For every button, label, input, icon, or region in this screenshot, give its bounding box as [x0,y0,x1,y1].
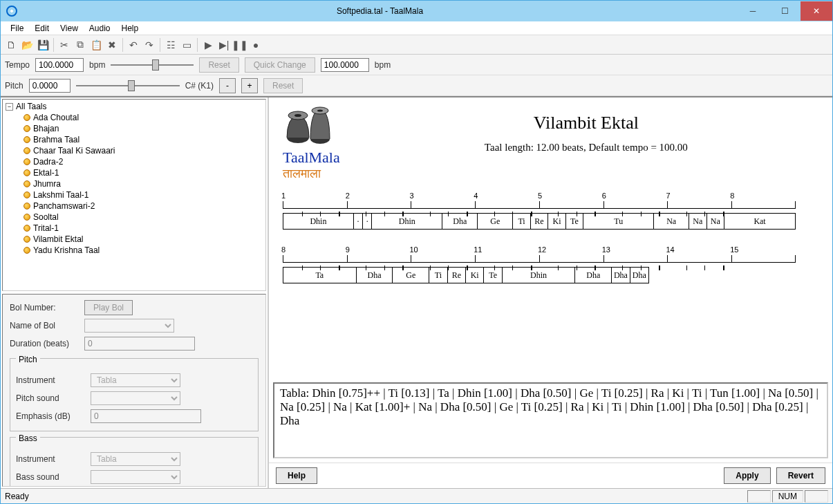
bol-cell[interactable]: Ki [548,214,566,229]
bol-cell[interactable]: Ge [393,268,429,283]
bullet-icon [24,247,30,254]
taal-title: Vilambit Ektal [354,113,818,133]
cut-icon[interactable]: ✂ [57,37,72,53]
apply-button[interactable]: Apply [724,467,770,484]
tree-item[interactable]: Ektal-1 [4,167,264,178]
step-icon[interactable]: ▶| [216,37,232,53]
bol-cell[interactable]: Dha [630,268,648,283]
pitch-reset-button[interactable]: Reset [263,78,303,93]
tempo-input[interactable] [35,58,84,72]
tree-item[interactable]: Bhajan [4,123,264,134]
bol-cell[interactable]: Te [484,268,502,283]
bol-cell[interactable]: Ki [466,268,484,283]
svg-point-5 [317,109,323,111]
bol-cell[interactable]: Na [707,214,725,229]
menu-audio[interactable]: Audio [84,22,116,35]
redo-icon[interactable]: ↷ [142,37,157,53]
tool2-icon[interactable]: ▭ [179,37,194,53]
svg-point-2 [294,114,301,117]
tree-item[interactable]: Panchamswari-2 [4,200,264,212]
tempo2-input[interactable] [321,58,369,72]
bol-cell[interactable]: Dha [612,268,630,283]
tree-item[interactable]: Chaar Taal Ki Sawaari [4,145,264,156]
menu-file[interactable]: File [5,22,29,35]
tree-item[interactable]: Trital-1 [4,223,264,234]
bol-cell[interactable]: Dha [357,268,393,283]
close-button[interactable]: ✕ [801,1,832,21]
bol-cell[interactable]: Ti [513,214,531,229]
tree-item[interactable]: Brahma Taal [4,134,264,145]
minimize-button[interactable]: ─ [737,1,769,21]
tree-item[interactable]: Ada Choutal [4,112,264,123]
pitch-label: Pitch [5,81,24,91]
collapse-icon[interactable]: − [6,103,13,111]
tempo-label: Tempo [5,60,30,70]
tree-item[interactable]: Vilambit Ektal [4,234,264,245]
status-ready: Ready [5,492,29,501]
tempo-reset-button[interactable]: Reset [199,57,238,73]
bol-cell[interactable]: Ti [429,268,447,283]
pitch-input[interactable] [29,79,71,93]
help-button[interactable]: Help [276,467,317,484]
pitch-minus-button[interactable]: - [219,78,236,93]
bol-cell[interactable]: Te [566,214,584,229]
play-bol-button[interactable]: Play Bol [84,300,133,315]
bass-sound-select[interactable] [91,470,180,484]
save-icon[interactable]: 💾 [35,37,50,53]
instrument-select[interactable]: Tabla [91,373,180,387]
emphasis-label: Emphasis (dB) [16,411,85,421]
bass-instrument-select[interactable]: Tabla [91,452,180,466]
emphasis-input[interactable] [91,409,201,423]
bol-cell[interactable]: Dhin [283,214,354,229]
bullet-icon [24,114,30,121]
bol-cell[interactable]: · [354,214,363,229]
tree-item[interactable]: Yadu Krishna Taal [4,245,264,256]
pitch-slider[interactable] [76,80,180,92]
title-bar: Softpedia.tal - TaalMala ─ ☐ ✕ [1,1,832,21]
bol-text-output[interactable]: Tabla: Dhin [0.75]++ | Ti [0.13] | Ta | … [273,382,828,458]
tree-item[interactable]: Dadra-2 [4,156,264,167]
bol-cell[interactable]: Re [531,214,549,229]
duration-label: Duration (beats) [10,339,79,348]
bass-sound-label: Bass sound [16,472,85,482]
tree-item[interactable]: Sooltal [4,212,264,223]
bol-cell[interactable]: Kat [724,214,795,229]
maximize-button[interactable]: ☐ [769,1,801,21]
copy-icon[interactable]: ⧉ [73,37,88,53]
new-icon[interactable]: 🗋 [3,37,19,53]
paste-icon[interactable]: 📋 [88,37,104,53]
menu-edit[interactable]: Edit [29,22,55,35]
duration-input[interactable] [84,337,195,351]
tempo-slider[interactable] [111,59,194,71]
pause-icon[interactable]: ❚❚ [232,37,247,53]
bol-cell[interactable]: Dhin [503,268,576,283]
tool1-icon[interactable]: ☷ [163,37,178,53]
delete-icon[interactable]: ✖ [104,37,120,53]
bolname-select[interactable] [84,319,174,333]
menu-view[interactable]: View [55,22,84,35]
menu-help[interactable]: Help [116,22,144,35]
brand-hi: तालमाला [283,167,340,181]
taal-tree[interactable]: − All Taals Ada ChoutalBhajanBrahma Taal… [2,99,266,291]
brand-en: TaalMala [283,149,340,167]
bol-cell[interactable]: Ge [478,214,513,229]
instrument-label: Instrument [16,375,85,385]
revert-button[interactable]: Revert [776,467,825,484]
pitch-plus-button[interactable]: + [241,78,258,93]
bolnum-label: Bol Number: [10,303,79,312]
pitchsound-select[interactable] [91,391,180,405]
bol-cell[interactable]: · [363,214,372,229]
tree-root[interactable]: − All Taals [4,101,264,112]
record-icon[interactable]: ● [248,37,263,53]
bol-cell[interactable]: Dha [575,268,612,283]
undo-icon[interactable]: ↶ [126,37,141,53]
play-icon[interactable]: ▶ [200,37,216,53]
bullet-icon [24,125,30,132]
quick-change-button[interactable]: Quick Change [245,57,315,73]
tree-item[interactable]: Lakshmi Taal-1 [4,189,264,200]
bullet-icon [24,180,30,187]
tree-item[interactable]: Jhumra [4,178,264,189]
open-icon[interactable]: 📂 [19,37,35,53]
bol-cell[interactable]: Re [448,268,466,283]
bol-cell[interactable]: Dhin [372,214,442,229]
